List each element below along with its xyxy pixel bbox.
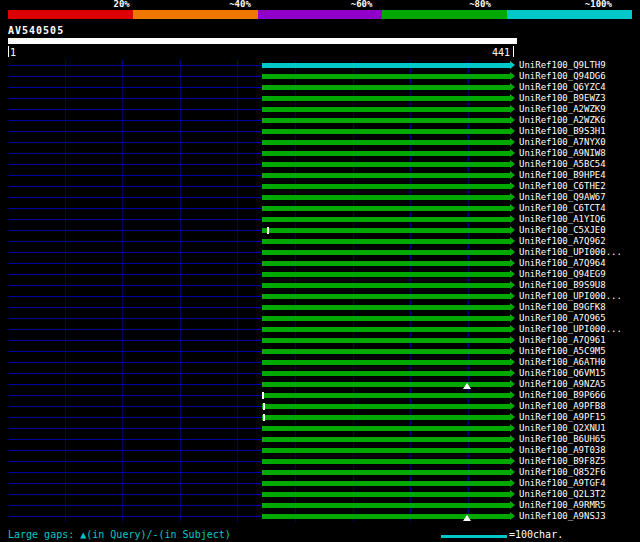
hit-label[interactable]: UniRef100_A2WZK9 [519,104,606,115]
hsp-bar[interactable] [262,349,511,354]
hsp-bar[interactable] [262,470,511,475]
hsp-bar[interactable] [262,360,511,365]
hsp-bar[interactable] [262,294,511,299]
hit-label[interactable]: UniRef100_A1YIQ6 [519,214,606,225]
hit-label[interactable]: UniRef100_A7Q961 [519,335,606,346]
query-span-line [8,384,262,385]
hit-label[interactable]: UniRef100_A9PF15 [519,412,606,423]
hsp-bar[interactable] [262,492,511,497]
hit-label[interactable]: UniRef100_UPI000... [519,247,622,258]
hsp-arrowhead-icon [510,468,515,476]
hit-label[interactable]: UniRef100_Q9LTH9 [519,60,606,71]
query-span-line [8,351,262,352]
large-gaps-legend: Large gaps: ▲(in Query)/-(in Subject) [8,529,231,540]
hit-label[interactable]: UniRef100_UPI000... [519,324,622,335]
hit-label[interactable]: UniRef100_A9RMR5 [519,500,606,511]
hsp-bar[interactable] [262,195,511,200]
hsp-bar[interactable] [262,173,511,178]
hit-label[interactable]: UniRef100_B9P666 [519,390,606,401]
hit-label[interactable]: UniRef100_B9HPE4 [519,170,606,181]
alignment-row: UniRef100_Q94EG9 [0,269,640,280]
hit-label[interactable]: UniRef100_A5C9M5 [519,346,606,357]
hit-label[interactable]: UniRef100_Q94EG9 [519,269,606,280]
hsp-bar[interactable] [262,514,511,519]
hsp-bar[interactable] [262,140,511,145]
hsp-bar[interactable] [262,63,511,68]
hit-label[interactable]: UniRef100_A7NYX0 [519,137,606,148]
hit-label[interactable]: UniRef100_B9F8Z5 [519,456,606,467]
hsp-arrowhead-icon [510,116,515,124]
hsp-bar[interactable] [262,129,511,134]
hsp-bar[interactable] [262,327,511,332]
hit-label[interactable]: UniRef100_C6THE2 [519,181,606,192]
hit-label[interactable]: UniRef100_Q6YZC4 [519,82,606,93]
hsp-bar[interactable] [262,261,511,266]
alignment-row: UniRef100_Q94DG6 [0,71,640,82]
hit-label[interactable]: UniRef100_A9PFB8 [519,401,606,412]
hit-label[interactable]: UniRef100_B6UH65 [519,434,606,445]
hit-label[interactable]: UniRef100_Q852F6 [519,467,606,478]
hsp-arrowhead-icon [510,314,515,322]
hit-label[interactable]: UniRef100_Q6VM15 [519,368,606,379]
hit-label[interactable]: UniRef100_A9T038 [519,445,606,456]
hit-label[interactable]: UniRef100_A5BC54 [519,159,606,170]
hsp-bar[interactable] [262,118,511,123]
hsp-bar[interactable] [262,404,511,409]
hsp-bar[interactable] [262,426,511,431]
hsp-bar[interactable] [262,503,511,508]
hsp-bar[interactable] [262,393,511,398]
hsp-bar[interactable] [262,184,511,189]
hit-label[interactable]: UniRef100_B9GFK8 [519,302,606,313]
hit-label[interactable]: UniRef100_A9NSJ3 [519,511,606,522]
hit-label[interactable]: UniRef100_Q94DG6 [519,71,606,82]
hsp-bar[interactable] [262,107,511,112]
hsp-bar[interactable] [262,459,511,464]
hit-label[interactable]: UniRef100_A9NIW8 [519,148,606,159]
hsp-bar[interactable] [262,206,511,211]
hsp-bar[interactable] [262,305,511,310]
hit-label[interactable]: UniRef100_Q9AW67 [519,192,606,203]
hit-label[interactable]: UniRef100_A7Q962 [519,236,606,247]
hsp-bar[interactable] [262,96,511,101]
hit-label[interactable]: UniRef100_UPI000... [519,291,622,302]
hit-label[interactable]: UniRef100_A9NZA5 [519,379,606,390]
hsp-bar[interactable] [262,228,511,233]
hsp-bar[interactable] [262,217,511,222]
hsp-bar[interactable] [262,338,511,343]
hsp-bar[interactable] [262,250,511,255]
hit-label[interactable]: UniRef100_Q2L3T2 [519,489,606,500]
hsp-bar[interactable] [262,283,511,288]
hsp-bar[interactable] [262,481,511,486]
hsp-bar[interactable] [262,316,511,321]
hsp-bar[interactable] [262,415,511,420]
hsp-bar[interactable] [262,151,511,156]
alignment-row: UniRef100_B9S9U8 [0,280,640,291]
hsp-bar[interactable] [262,74,511,79]
hit-label[interactable]: UniRef100_B9EWZ3 [519,93,606,104]
hit-label[interactable]: UniRef100_Q2XNU1 [519,423,606,434]
hsp-bar[interactable] [262,437,511,442]
hit-label[interactable]: UniRef100_B9S3H1 [519,126,606,137]
hit-label[interactable]: UniRef100_A6ATH0 [519,357,606,368]
alignment-row: UniRef100_Q6YZC4 [0,82,640,93]
hsp-bar[interactable] [262,85,511,90]
hit-label[interactable]: UniRef100_A2WZK6 [519,115,606,126]
hit-label[interactable]: UniRef100_A7Q964 [519,258,606,269]
hsp-bar[interactable] [262,239,511,244]
hit-label[interactable]: UniRef100_A9TGF4 [519,478,606,489]
hit-label[interactable]: UniRef100_C5XJE0 [519,225,606,236]
hsp-arrowhead-icon [510,413,515,421]
hsp-bar[interactable] [262,162,511,167]
alignment-row: UniRef100_Q9LTH9 [0,60,640,71]
hsp-bar[interactable] [262,448,511,453]
hsp-bar[interactable] [262,382,511,387]
alignment-row: UniRef100_B9F8Z5 [0,456,640,467]
hit-label[interactable]: UniRef100_C6TCT4 [519,203,606,214]
hsp-bar[interactable] [262,272,511,277]
hit-label[interactable]: UniRef100_A7Q965 [519,313,606,324]
scale-ruler-line [441,535,507,538]
hsp-bar[interactable] [262,371,511,376]
hit-label[interactable]: UniRef100_B9S9U8 [519,280,606,291]
query-span-line [8,252,262,253]
scale-segment-20pct [8,10,133,19]
